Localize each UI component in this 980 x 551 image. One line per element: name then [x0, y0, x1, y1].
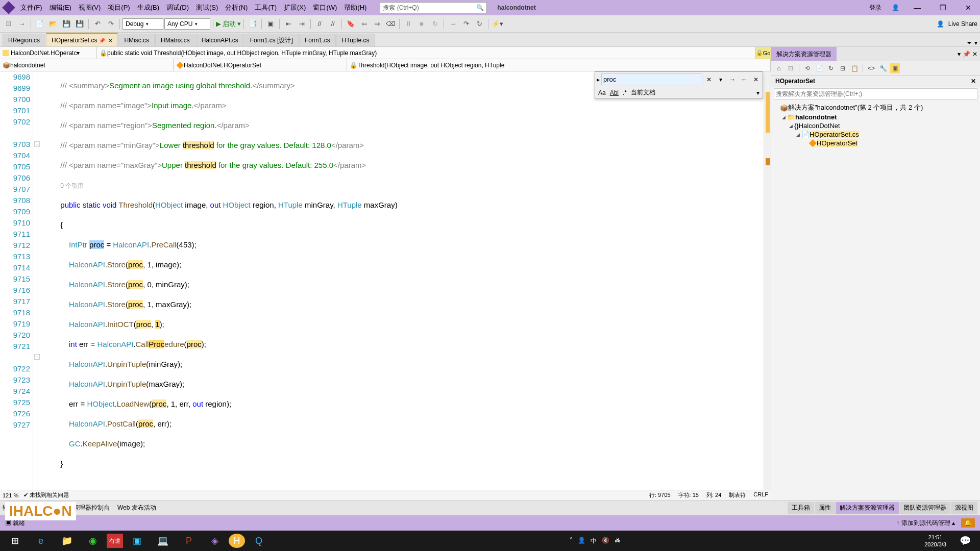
find-input[interactable]: [601, 73, 702, 85]
liveshare-user-icon[interactable]: 👤: [937, 20, 944, 28]
open-button[interactable]: 📂: [47, 18, 59, 30]
notifications-button[interactable]: 🔔: [961, 518, 975, 528]
app-grey-icon[interactable]: 💻: [151, 532, 175, 550]
whole-word-toggle[interactable]: Abl: [610, 89, 619, 96]
undo-button[interactable]: ↶: [91, 18, 104, 30]
tab-form1[interactable]: Form1.cs: [299, 34, 336, 46]
source-view-tab[interactable]: 源视图: [951, 502, 977, 514]
code-content[interactable]: /// <summary>Segment an image using glob…: [41, 71, 764, 490]
avatar-icon[interactable]: 👤: [892, 4, 899, 11]
action-center-icon[interactable]: 💬: [953, 532, 977, 550]
start-button[interactable]: ⊞: [3, 532, 27, 550]
project-nav-combo[interactable]: 📦 halcondotnet: [0, 59, 174, 71]
properties-tab[interactable]: 属性: [815, 502, 835, 514]
next-bookmark-button[interactable]: ⇨: [371, 18, 383, 30]
clear-bookmark-button[interactable]: ⌫: [384, 18, 397, 30]
nav-back-button[interactable]: ◯⃪: [3, 18, 15, 30]
tree-project[interactable]: ◢📁 halcondotnet: [773, 113, 978, 121]
redo-button[interactable]: ↷: [105, 18, 117, 30]
close-button[interactable]: ✕: [961, 4, 976, 12]
step-out-button[interactable]: ↻: [473, 18, 485, 30]
menu-tools[interactable]: 工具(T): [252, 3, 280, 12]
web-publish-tab[interactable]: Web 发布活动: [117, 504, 156, 512]
tab-hmatrix[interactable]: HMatrix.cs: [155, 34, 195, 46]
show-all-button[interactable]: 📄: [814, 63, 824, 73]
menu-analyze[interactable]: 分析(N): [222, 3, 251, 12]
type-nav-combo[interactable]: 🔶 HalconDotNet.HOperatorSet: [174, 59, 347, 71]
tree-file[interactable]: ◢📄 HOperatorSet.cs: [773, 130, 978, 139]
tabs-menu-button[interactable]: ▾: [974, 39, 977, 46]
source-control-button[interactable]: ↑ 添加到源代码管理 ▴: [896, 519, 955, 528]
tab-hmisc[interactable]: HMisc.cs: [118, 34, 155, 46]
menu-edit[interactable]: 编辑(E): [46, 3, 75, 12]
menu-file[interactable]: 文件(F): [17, 3, 45, 12]
tab-form1-design[interactable]: Form1.cs [设计]: [244, 34, 299, 46]
find-next-button[interactable]: →: [727, 74, 738, 85]
regex-toggle[interactable]: .*: [623, 89, 627, 96]
refresh-button[interactable]: ↻: [826, 63, 836, 73]
tree-namespace[interactable]: ◢{} HalconDotNet: [773, 121, 978, 130]
overview-ruler[interactable]: [764, 71, 771, 490]
solution-search-input[interactable]: [774, 88, 977, 99]
tab-hoperatorset[interactable]: HOperatorSet.cs📌✕: [46, 33, 118, 46]
save-button[interactable]: 💾: [60, 18, 72, 30]
app-q-icon[interactable]: Q: [247, 532, 271, 550]
find-close-button[interactable]: ✕: [751, 74, 761, 85]
zoom-level[interactable]: 121 %: [3, 492, 18, 498]
vs-taskbar-icon[interactable]: ◈: [203, 532, 227, 550]
step-over-button[interactable]: ↷: [460, 18, 472, 30]
halcon-icon[interactable]: H: [229, 534, 245, 548]
new-item-button[interactable]: 📄: [34, 18, 46, 30]
tree-solution[interactable]: 📦 解决方案"halcondotnet"(第 2 个项目，共 2 个): [773, 103, 978, 113]
pin-icon[interactable]: 📌: [99, 38, 105, 43]
extra-button[interactable]: ⚡▾: [491, 18, 503, 30]
uncomment-button[interactable]: //: [327, 18, 339, 30]
powerpoint-icon[interactable]: P: [177, 532, 201, 550]
tab-halconapi[interactable]: HalconAPI.cs: [196, 34, 244, 46]
project-combo[interactable]: HalconDotNet.HOperatc ▾: [0, 47, 97, 59]
app-red-icon[interactable]: 有道: [107, 534, 123, 548]
find-scope-combo[interactable]: 当前文档: [631, 88, 752, 97]
member-sig-combo[interactable]: 🔒 public static void Threshold(HObject i…: [97, 47, 755, 59]
tray-expand-icon[interactable]: ˄: [570, 537, 573, 545]
platform-combo[interactable]: Any CPU: [164, 18, 210, 30]
explorer-icon[interactable]: 📁: [55, 532, 79, 550]
tree-class[interactable]: 🔶 HOperatorSet: [773, 139, 978, 147]
team-explorer-tab[interactable]: 团队资源管理器: [899, 502, 950, 514]
toolbox-tab[interactable]: 工具箱: [788, 502, 814, 514]
code-editor[interactable]: 9698969997009701 970297039704 9705970697…: [0, 71, 771, 490]
restart-button[interactable]: ↻: [429, 18, 441, 30]
config-combo[interactable]: Debug: [122, 18, 163, 30]
menu-project[interactable]: 项目(P): [105, 3, 133, 12]
solution-explorer-tab[interactable]: 解决方案资源管理器: [771, 47, 837, 61]
solution-explorer-bottomtab[interactable]: 解决方案资源管理器: [836, 502, 899, 514]
panel-close-button[interactable]: ✕: [972, 51, 977, 58]
menu-window[interactable]: 窗口(W): [310, 3, 340, 12]
tab-hregion[interactable]: HRegion.cs: [3, 34, 45, 46]
wrench-button[interactable]: 🔧: [878, 63, 888, 73]
panel-dropdown-button[interactable]: ▾: [958, 51, 961, 58]
close-icon[interactable]: ✕: [108, 38, 112, 43]
nav-forward-button[interactable]: →: [16, 18, 28, 30]
properties-button[interactable]: 📋: [849, 63, 860, 73]
comment-button[interactable]: //: [313, 18, 326, 30]
step-button[interactable]: ⏸: [402, 18, 414, 30]
stop-button[interactable]: ■: [415, 18, 428, 30]
app-blue-icon[interactable]: ▣: [125, 532, 149, 550]
menu-test[interactable]: 测试(S): [193, 3, 221, 12]
find-prev-button[interactable]: ←: [739, 74, 749, 85]
menu-help[interactable]: 帮助(H): [341, 3, 370, 12]
global-search-input[interactable]: 搜索 (Ctrl+Q) 🔍: [380, 2, 487, 13]
find-dropdown-button[interactable]: ▾: [716, 74, 726, 85]
member-nav-combo[interactable]: 🔒 Threshold(HObject image, out HObject r…: [347, 59, 771, 71]
start-debug-button[interactable]: ▶ 启动 ▾: [216, 19, 241, 29]
menu-debug[interactable]: 调试(D): [163, 3, 192, 12]
preview-button[interactable]: <>: [866, 63, 876, 73]
bookmark-button[interactable]: 🔖: [345, 18, 357, 30]
menu-build[interactable]: 生成(B): [134, 3, 162, 12]
panel-pin-button[interactable]: 📌: [963, 51, 970, 58]
find-expand-toggle[interactable]: ▸: [597, 76, 600, 83]
home-button[interactable]: ⌂: [774, 63, 784, 73]
collapse-button[interactable]: ⊟: [838, 63, 848, 73]
tab-htuple[interactable]: HTuple.cs: [336, 34, 375, 46]
